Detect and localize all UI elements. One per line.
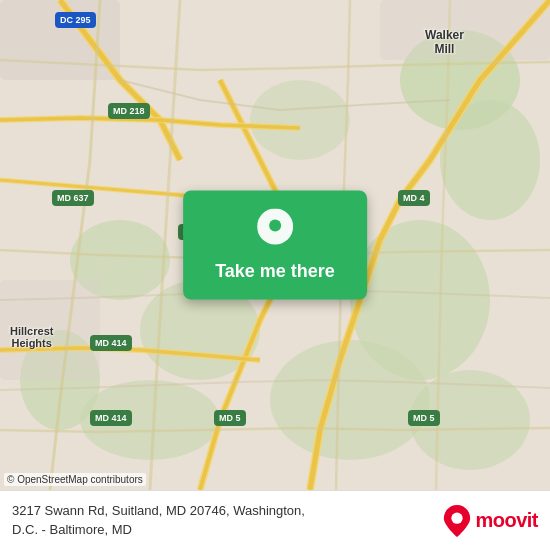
svg-point-4 bbox=[270, 340, 430, 460]
cta-button-label: Take me there bbox=[215, 261, 335, 282]
road-badge-md637: MD 637 bbox=[52, 190, 94, 206]
road-badge-md5-lower: MD 5 bbox=[214, 410, 246, 426]
road-badge-md414-lower: MD 414 bbox=[90, 410, 132, 426]
svg-point-16 bbox=[452, 512, 463, 523]
location-pin-icon bbox=[257, 209, 293, 253]
road-badge-dc295: DC 295 bbox=[55, 12, 96, 28]
moovit-brand-name: moovit bbox=[475, 509, 538, 532]
take-me-there-button[interactable]: Take me there bbox=[183, 191, 367, 300]
place-walker-mill: WalkerMill bbox=[425, 28, 464, 56]
cta-wrapper: Take me there bbox=[183, 191, 367, 300]
map-view: DC 295 MD 218 MD 637 MD 5 MD 4 MD 414 MD… bbox=[0, 0, 550, 490]
svg-point-8 bbox=[250, 80, 350, 160]
road-badge-md5-right: MD 5 bbox=[408, 410, 440, 426]
place-hillcrest-heights: HillcrestHeights bbox=[10, 325, 53, 349]
address-line: 3217 Swann Rd, Suitland, MD 20746, Washi… bbox=[12, 503, 305, 536]
road-badge-md4: MD 4 bbox=[398, 190, 430, 206]
moovit-pin-icon bbox=[443, 505, 471, 537]
svg-point-15 bbox=[269, 220, 281, 232]
osm-attribution: © OpenStreetMap contributors bbox=[4, 473, 146, 486]
moovit-logo: moovit bbox=[443, 505, 538, 537]
road-badge-md414-upper: MD 414 bbox=[90, 335, 132, 351]
road-badge-md218: MD 218 bbox=[108, 103, 150, 119]
info-bar: 3217 Swann Rd, Suitland, MD 20746, Washi… bbox=[0, 490, 550, 550]
address-text: 3217 Swann Rd, Suitland, MD 20746, Washi… bbox=[12, 502, 431, 538]
